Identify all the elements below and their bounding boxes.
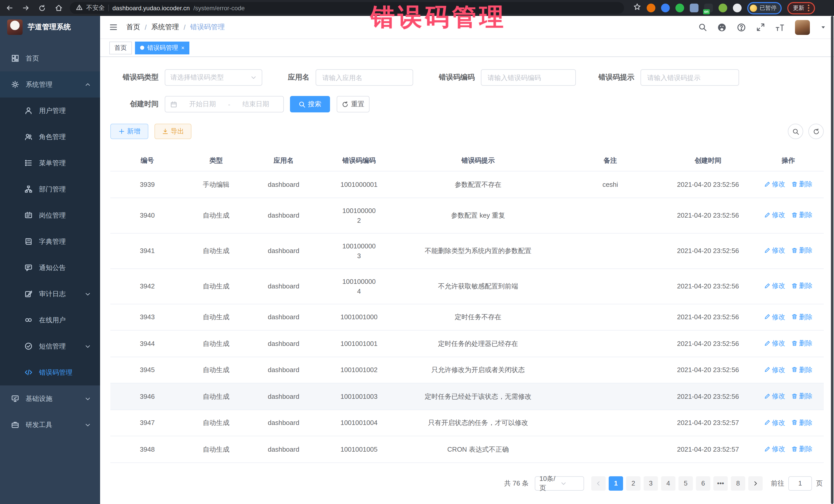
cell-remark	[557, 410, 663, 436]
browser-update-button[interactable]: 更新	[787, 2, 815, 14]
sidebar-item-系统管理[interactable]: 系统管理	[0, 71, 100, 97]
profile-chip[interactable]: 已暂停	[747, 2, 782, 14]
reload-icon[interactable]	[38, 4, 46, 12]
close-tab-icon[interactable]: ×	[181, 45, 184, 50]
extension-dark-icon[interactable]: on	[704, 4, 713, 12]
cell-type: 自动生成	[184, 304, 248, 330]
trash-icon	[791, 419, 797, 425]
prev-page-button[interactable]	[591, 476, 606, 490]
extension-orange-ring-icon[interactable]	[647, 4, 655, 12]
profile-avatar-emoji-icon	[750, 4, 757, 12]
create-time-range-picker[interactable]: 开始日期 - 结束日期	[165, 96, 284, 112]
page-button-4[interactable]: 4	[661, 476, 675, 490]
edit-link[interactable]: 修改	[764, 444, 785, 454]
refresh-table-button[interactable]	[808, 124, 824, 139]
edit-link[interactable]: 修改	[764, 338, 785, 348]
back-icon[interactable]	[5, 4, 13, 12]
extension-green-pin-icon[interactable]	[719, 4, 727, 12]
forward-icon[interactable]	[22, 4, 30, 12]
github-icon[interactable]	[718, 23, 726, 31]
sidebar-item-岗位管理[interactable]: 岗位管理	[0, 202, 100, 228]
error-code-input[interactable]	[481, 69, 576, 86]
browser-menu-icon[interactable]	[808, 5, 809, 11]
cell-type: 自动生成	[184, 357, 248, 383]
sidebar-logo-row[interactable]: 芋道管理系统	[0, 16, 100, 39]
font-size-icon[interactable]	[775, 23, 784, 31]
extension-blue-gem-icon[interactable]	[661, 4, 670, 12]
edit-link[interactable]: 修改	[764, 391, 785, 401]
reset-button[interactable]: 重置	[337, 96, 370, 112]
sidebar-item-部门管理[interactable]: 部门管理	[0, 176, 100, 202]
hamburger-icon[interactable]	[109, 23, 117, 31]
edit-link[interactable]: 修改	[764, 418, 785, 427]
goto-page-input[interactable]	[788, 476, 812, 490]
breadcrumb-item[interactable]: 首页	[126, 23, 140, 32]
sidebar-item-错误码管理[interactable]: 错误码管理	[0, 359, 100, 386]
page-button-6[interactable]: 6	[696, 476, 710, 490]
sidebar-item-审计日志[interactable]: 审计日志	[0, 281, 100, 307]
dictionary-icon	[25, 238, 32, 245]
export-button[interactable]: 导出	[154, 124, 192, 139]
bookmark-star-icon[interactable]	[633, 3, 641, 13]
sidebar-item-字典管理[interactable]: 字典管理	[0, 228, 100, 255]
edit-link[interactable]: 修改	[764, 365, 785, 374]
delete-link[interactable]: 删除	[791, 338, 812, 348]
delete-link[interactable]: 删除	[791, 418, 812, 427]
delete-link[interactable]: 删除	[791, 210, 812, 220]
sidebar-item-通知公告[interactable]: 通知公告	[0, 255, 100, 281]
user-avatar[interactable]	[795, 20, 810, 35]
delete-link[interactable]: 删除	[791, 312, 812, 322]
add-button[interactable]: 新增	[110, 124, 148, 139]
search-icon[interactable]	[699, 23, 707, 31]
column-header-操作: 操作	[753, 150, 824, 171]
delete-link[interactable]: 删除	[791, 365, 812, 374]
breadcrumb: 首页/系统管理/错误码管理	[126, 23, 225, 32]
app-name-input[interactable]	[316, 69, 413, 86]
extensions-puzzle-icon[interactable]	[733, 4, 742, 12]
edit-pencil-icon	[764, 419, 770, 425]
delete-link[interactable]: 删除	[791, 444, 812, 454]
browser-scrollbar[interactable]	[831, 16, 833, 504]
page-size-select[interactable]: 10条/页	[535, 476, 584, 490]
edit-link[interactable]: 修改	[764, 281, 785, 291]
sidebar-item-角色管理[interactable]: 角色管理	[0, 124, 100, 150]
extension-green-check-icon[interactable]	[675, 4, 684, 12]
home-icon[interactable]	[54, 4, 63, 12]
page-button-3[interactable]: 3	[643, 476, 658, 490]
avatar-caret-down-icon[interactable]	[821, 25, 826, 30]
column-header-创建时间: 创建时间	[663, 150, 753, 171]
page-ellipsis[interactable]: •••	[714, 476, 728, 490]
edit-link[interactable]: 修改	[764, 246, 785, 255]
fullscreen-icon[interactable]	[756, 23, 765, 31]
error-hint-input[interactable]	[640, 69, 739, 86]
sidebar-item-短信管理[interactable]: 短信管理	[0, 333, 100, 359]
tab-首页[interactable]: 首页	[109, 41, 132, 54]
edit-link[interactable]: 修改	[764, 179, 785, 189]
cell-app: dashboard	[248, 198, 319, 233]
page-button-2[interactable]: 2	[626, 476, 640, 490]
sidebar-item-用户管理[interactable]: 用户管理	[0, 97, 100, 124]
toggle-search-button[interactable]	[788, 124, 803, 139]
delete-link[interactable]: 删除	[791, 179, 812, 189]
sidebar-item-基础设施[interactable]: 基础设施	[0, 386, 100, 412]
edit-link[interactable]: 修改	[764, 312, 785, 322]
breadcrumb-item[interactable]: 系统管理	[151, 23, 179, 32]
sidebar-item-研发工具[interactable]: 研发工具	[0, 412, 100, 438]
extension-grid-icon[interactable]	[690, 4, 699, 12]
sidebar-item-在线用户[interactable]: 在线用户	[0, 307, 100, 333]
help-icon[interactable]	[737, 23, 746, 31]
delete-link[interactable]: 删除	[791, 246, 812, 255]
edit-link[interactable]: 修改	[764, 210, 785, 220]
delete-link[interactable]: 删除	[791, 391, 812, 401]
page-button-5[interactable]: 5	[679, 476, 693, 490]
search-button[interactable]: 搜索	[290, 96, 330, 112]
delete-link[interactable]: 删除	[791, 281, 812, 291]
sidebar-item-首页[interactable]: 首页	[0, 45, 100, 71]
sidebar-item-菜单管理[interactable]: 菜单管理	[0, 150, 100, 176]
next-page-button[interactable]	[748, 476, 763, 490]
tab-错误码管理[interactable]: 错误码管理×	[135, 41, 190, 54]
page-button-1[interactable]: 1	[609, 476, 623, 490]
page-button-8[interactable]: 8	[731, 476, 745, 490]
error-code-type-select[interactable]: 请选择错误码类型	[165, 69, 262, 86]
address-bar[interactable]: 不安全 dashboard.yudao.iocoder.cn/system/er…	[70, 2, 624, 14]
